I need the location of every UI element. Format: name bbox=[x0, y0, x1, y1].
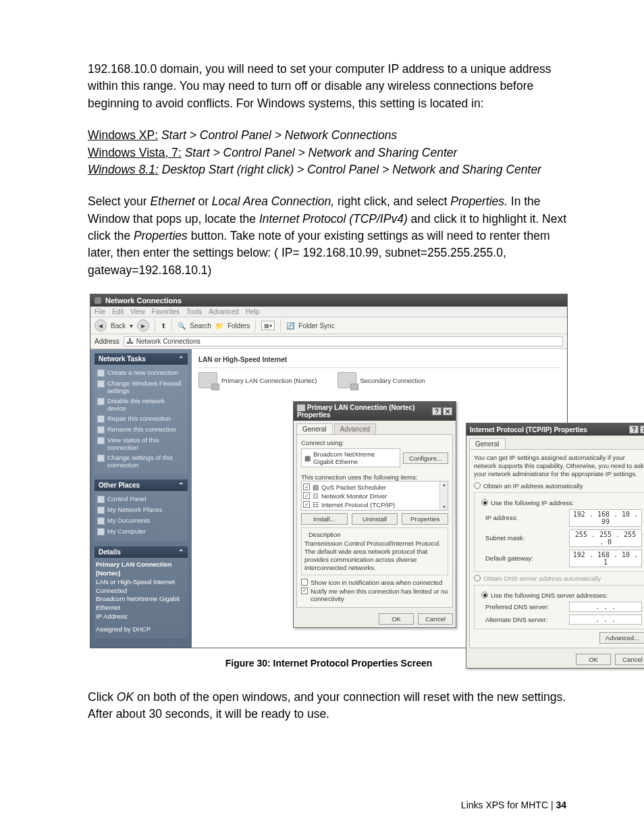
paragraph-1: 192.168.10.0 domain, you will need to se… bbox=[88, 61, 570, 112]
page-footer: Links XPS for MHTC | 34 bbox=[461, 800, 566, 810]
close-icon[interactable]: ✕ bbox=[443, 407, 452, 415]
task-disable-device[interactable]: Disable this network device bbox=[96, 396, 186, 413]
documents-icon bbox=[97, 517, 105, 525]
connection-secondary[interactable]: Secondary Connection bbox=[338, 372, 425, 388]
folder-sync-button[interactable]: Folder Sync bbox=[298, 322, 334, 330]
description-group: Description Transmission Control Protoco… bbox=[301, 527, 448, 575]
radio-auto-ip[interactable]: Obtain an IP address automatically bbox=[474, 482, 644, 490]
radio-auto-dns: Obtain DNS server address automatically bbox=[474, 575, 644, 582]
status-icon bbox=[97, 437, 105, 444]
settings-icon bbox=[97, 454, 105, 462]
items-label: This connection uses the following items… bbox=[301, 473, 448, 481]
scrollbar[interactable]: ▴▾ bbox=[439, 481, 448, 510]
address-bar: Address 🖧 Network Connections bbox=[90, 334, 567, 349]
nic-icon: ▦ bbox=[304, 454, 311, 462]
folders-button[interactable]: Folders bbox=[227, 322, 250, 330]
task-change-settings[interactable]: Change settings of this connection bbox=[96, 452, 186, 470]
network-places-icon bbox=[97, 506, 105, 514]
menu-edit[interactable]: Edit bbox=[112, 308, 124, 315]
menu-file[interactable]: File bbox=[95, 308, 105, 315]
link-network-places[interactable]: My Network Places bbox=[96, 504, 186, 515]
subnet-input[interactable]: 255 . 255 . 255 . 0 bbox=[569, 529, 642, 547]
description-text: Transmission Control Protocol/Internet P… bbox=[304, 540, 445, 572]
cancel-button[interactable]: Cancel bbox=[615, 654, 644, 665]
help-icon[interactable]: ? bbox=[629, 425, 639, 434]
menu-advanced[interactable]: Advanced bbox=[209, 308, 238, 315]
task-view-status[interactable]: View status of this connection bbox=[96, 435, 186, 452]
help-icon[interactable]: ? bbox=[432, 407, 441, 415]
xp-label: Windows XP: bbox=[88, 128, 158, 142]
menu-view[interactable]: View bbox=[130, 308, 145, 315]
forward-icon[interactable]: ► bbox=[137, 319, 149, 332]
address-input[interactable]: 🖧 Network Connections bbox=[124, 336, 563, 346]
configure-button[interactable]: Configure... bbox=[403, 452, 448, 464]
other-places-header[interactable]: Other Places⌃ bbox=[95, 479, 188, 491]
tab-general[interactable]: General bbox=[296, 423, 333, 434]
repair-icon bbox=[97, 415, 105, 423]
footer-label: Links XPS for MHTC | bbox=[461, 800, 556, 810]
task-rename-connection[interactable]: Rename this connection bbox=[96, 424, 186, 435]
window-title: Network Connections bbox=[105, 296, 182, 305]
up-icon[interactable]: ⬆ bbox=[161, 322, 166, 330]
gateway-input[interactable]: 192 . 168 . 10 . 1 bbox=[569, 550, 642, 567]
mask-label: Subnet mask: bbox=[485, 534, 525, 542]
menu-favorites[interactable]: Favorites bbox=[152, 308, 180, 315]
menu-help[interactable]: Help bbox=[246, 308, 260, 315]
menubar[interactable]: File Edit View Favorites Tools Advanced … bbox=[90, 307, 567, 317]
window-titlebar[interactable]: Network Connections bbox=[90, 294, 567, 307]
firewall-icon bbox=[97, 380, 105, 388]
show-icon-checkbox[interactable]: Show icon in notification area when conn… bbox=[301, 578, 448, 587]
ip-input[interactable]: 192 . 168 . 10 . 99 bbox=[569, 509, 642, 527]
w81-path: Desktop Start (right click) > Control Pa… bbox=[159, 163, 541, 176]
task-firewall-settings[interactable]: Change Windows Firewall settings bbox=[96, 378, 186, 396]
dialog2-titlebar[interactable]: Internet Protocol (TCP/IP) Properties ?✕ bbox=[466, 423, 644, 436]
ok-button[interactable]: OK bbox=[379, 613, 414, 625]
xp-path: Start > Control Panel > Network Connecti… bbox=[158, 128, 397, 142]
search-button[interactable]: Search bbox=[190, 322, 211, 330]
connection-primary[interactable]: Primary LAN Connection (Nortec) bbox=[198, 372, 317, 388]
back-button[interactable]: Back bbox=[111, 322, 126, 330]
folder-sync-icon[interactable]: 🔄 bbox=[286, 322, 294, 330]
lan-icon bbox=[297, 405, 305, 411]
side-panel: Network Tasks⌃ Create a new connection C… bbox=[90, 349, 192, 648]
link-my-computer[interactable]: My Computer bbox=[96, 526, 186, 537]
tab-advanced[interactable]: Advanced bbox=[334, 423, 376, 434]
folders-icon[interactable]: 📁 bbox=[215, 322, 223, 330]
alternate-dns-input[interactable]: . . . bbox=[569, 615, 642, 625]
back-icon[interactable]: ◄ bbox=[95, 319, 107, 332]
wizard-icon bbox=[97, 369, 105, 377]
menu-tools[interactable]: Tools bbox=[186, 308, 202, 315]
address-value: Network Connections bbox=[136, 338, 200, 345]
uninstall-button[interactable]: Uninstall bbox=[352, 513, 398, 525]
connect-using-label: Connect using: bbox=[301, 439, 448, 446]
install-button[interactable]: Install... bbox=[301, 513, 348, 525]
ip-label: IP address: bbox=[485, 514, 518, 521]
details-header[interactable]: Details⌃ bbox=[95, 546, 188, 558]
close-icon[interactable]: ✕ bbox=[640, 425, 644, 434]
network-tasks-header[interactable]: Network Tasks⌃ bbox=[95, 353, 188, 365]
search-icon[interactable]: 🔍 bbox=[178, 322, 186, 330]
task-repair-connection[interactable]: Repair this connection bbox=[96, 413, 186, 424]
lan-icon bbox=[338, 372, 356, 388]
monitor-icon: ☷ bbox=[313, 492, 319, 500]
task-create-connection[interactable]: Create a new connection bbox=[96, 367, 186, 378]
radio-use-dns[interactable]: Use the following DNS server addresses: bbox=[481, 592, 608, 599]
link-my-documents[interactable]: My Documents bbox=[96, 515, 186, 526]
tab-general[interactable]: General bbox=[469, 438, 506, 449]
paragraph-4: Click OK on both of the open windows, an… bbox=[88, 689, 570, 723]
collapse-icon[interactable]: ⌃ bbox=[178, 355, 184, 363]
views-button[interactable]: ▦▾ bbox=[261, 321, 275, 330]
items-listbox[interactable]: ✓▤QoS Packet Scheduler ✓☷Network Monitor… bbox=[301, 481, 448, 511]
notify-checkbox[interactable]: ✓Notify me when this connection has limi… bbox=[301, 587, 448, 603]
figure-screenshot: Network Connections File Edit View Favor… bbox=[88, 294, 570, 669]
preferred-dns-input[interactable]: . . . bbox=[569, 602, 642, 612]
ok-button[interactable]: OK bbox=[576, 654, 611, 665]
advanced-button[interactable]: Advanced... bbox=[599, 632, 644, 644]
properties-button[interactable]: Properties bbox=[402, 513, 448, 525]
cancel-button[interactable]: Cancel bbox=[418, 613, 453, 625]
dialog1-titlebar[interactable]: Primary LAN Connection (Nortec) Properti… bbox=[294, 402, 456, 421]
radio-use-ip[interactable]: Use the following IP address: bbox=[481, 499, 574, 506]
collapse-icon[interactable]: ⌃ bbox=[178, 548, 184, 556]
link-control-panel[interactable]: Control Panel bbox=[96, 494, 186, 504]
collapse-icon[interactable]: ⌃ bbox=[178, 481, 184, 489]
